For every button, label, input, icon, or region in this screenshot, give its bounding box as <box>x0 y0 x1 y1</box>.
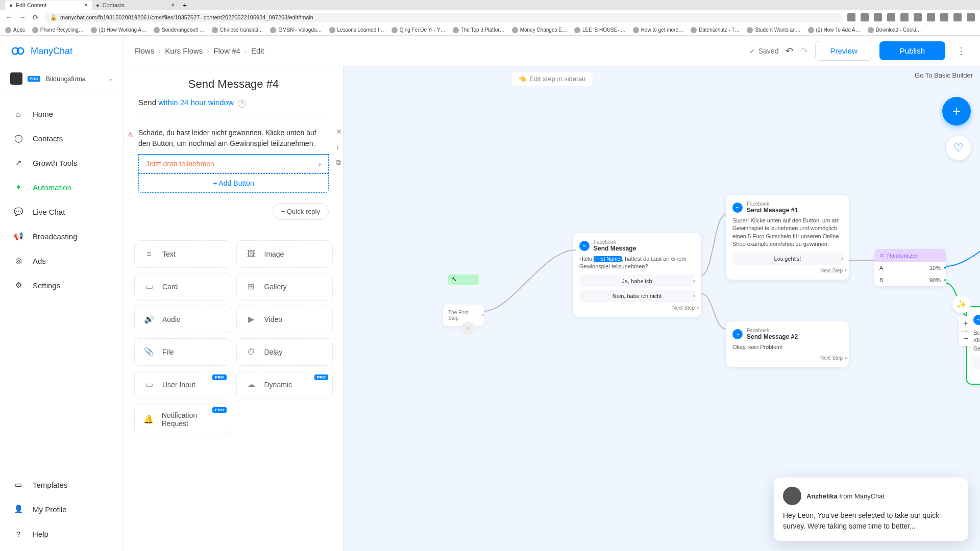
content-type-gallery[interactable]: ⊞Gallery <box>236 273 333 300</box>
bookmark[interactable]: Chinese translati… <box>212 27 263 33</box>
content-type-notification[interactable]: PRO🔔Notification Request <box>134 404 231 435</box>
bookmark[interactable]: Datenschutz - T… <box>691 27 740 33</box>
logo[interactable]: ManyChat <box>0 36 124 66</box>
next-step[interactable]: Next Step <box>732 268 843 273</box>
reload-icon[interactable]: ⟳ <box>32 13 40 21</box>
node-send-message[interactable]: ~FacebookSend Message Hallo First Name, … <box>573 233 701 317</box>
sidebar-item-livechat[interactable]: 💬Live Chat <box>0 199 124 224</box>
chat-popup[interactable]: Anzhelika from ManyChat Hey Leon, You've… <box>774 478 968 541</box>
close-icon[interactable]: × <box>84 2 88 9</box>
redo-button[interactable]: ↷ <box>800 45 808 57</box>
sidebar-item-contacts[interactable]: ◯Contacts <box>0 126 124 151</box>
preview-button[interactable]: Preview <box>815 41 872 61</box>
publish-button[interactable]: Publish <box>879 41 945 60</box>
add-button[interactable]: + Add Button <box>138 173 329 193</box>
next-step[interactable]: Next Step <box>579 305 695 311</box>
magic-button[interactable]: ✨ <box>952 295 971 313</box>
connector-dot[interactable] <box>692 294 696 298</box>
close-icon[interactable]: × <box>171 2 175 9</box>
add-step-fab[interactable]: + <box>942 97 971 126</box>
content-type-image[interactable]: 🖼Image <box>236 240 333 268</box>
node-send-message-1[interactable]: ~FacebookSend Message #1 Super! Klicke u… <box>726 195 849 280</box>
node-send-message-2[interactable]: ~FacebookSend Message #2 Okay, kein Prob… <box>726 321 849 367</box>
bookmark[interactable]: (2) How To Add A… <box>808 27 861 33</box>
bookmark[interactable]: Apps <box>5 27 25 33</box>
copy-icon[interactable]: ⧉ <box>336 158 342 167</box>
content-type-file[interactable]: 📎File <box>134 338 231 366</box>
message-block[interactable]: ⚠ ✕ ↕ ⧉ Schade, du hast leider nicht gew… <box>138 128 329 193</box>
message-text[interactable]: Schade, du hast leider nicht gewonnen. K… <box>138 128 329 154</box>
node-button[interactable]: Ja, habe ich <box>579 275 695 287</box>
sidebar-item-ads[interactable]: ◎Ads <box>0 248 124 273</box>
sidebar-item-growth[interactable]: ↗Growth Tools <box>0 151 124 175</box>
next-step[interactable]: Next Step <box>732 355 843 361</box>
org-selector[interactable]: PRO Bildungsfirma ⌄ <box>0 66 124 91</box>
bookmark[interactable]: Sonderangebot! … <box>154 27 205 33</box>
menu-dots-icon[interactable]: ⋮ <box>952 45 970 57</box>
connector-dot[interactable] <box>943 266 947 270</box>
connector-dot[interactable] <box>696 306 700 310</box>
back-icon[interactable]: ← <box>5 13 13 21</box>
sidebar-item-automation[interactable]: ✦Automation <box>0 175 124 199</box>
bookmark[interactable]: The Top 3 Platfor… <box>453 27 505 33</box>
connector-dot[interactable] <box>840 257 844 261</box>
resize-icon[interactable]: ↕ <box>336 143 342 151</box>
favorite-fab[interactable]: ♡ <box>946 136 971 160</box>
sidebar-item-templates[interactable]: ▭Templates <box>0 472 124 497</box>
next-step[interactable]: Next Step <box>973 372 980 378</box>
carousel-prev[interactable]: ‹ <box>461 321 474 335</box>
bookmark[interactable]: (1) How Working A… <box>91 27 146 33</box>
randomizer-option-b[interactable]: B90% <box>874 274 946 286</box>
breadcrumb-link[interactable]: Kurs Flows <box>165 46 203 55</box>
content-type-userinput[interactable]: PRO▭User Input <box>134 371 231 398</box>
node-button[interactable]: Nein, habe ich nicht <box>579 290 695 302</box>
node-button[interactable]: Jetzt dran teilnehmen <box>973 357 980 369</box>
time-window-link[interactable]: within 24 hour window <box>158 98 234 107</box>
canvas[interactable]: 👈Edit step in sidebar Go To Basic Builde… <box>124 66 980 551</box>
bookmark[interactable]: GMSN - Vologda… <box>270 27 322 33</box>
content-type-audio[interactable]: 🔊Audio <box>134 306 231 333</box>
content-type-delay[interactable]: ⏱Delay <box>236 338 333 366</box>
connector-dot[interactable] <box>692 279 696 283</box>
sidebar-item-settings[interactable]: ⚙Settings <box>0 273 124 297</box>
connector-dot[interactable] <box>943 278 947 282</box>
address-bar[interactable]: 🔒manychat.com/fb198150208192061/cms/file… <box>45 13 842 22</box>
bookmark[interactable]: LEE 'S HOUSE- … <box>574 27 626 33</box>
content-type-dynamic[interactable]: PRO☁Dynamic <box>236 371 333 398</box>
basic-builder-link[interactable]: Go To Basic Builder <box>915 71 973 79</box>
connector-dot[interactable] <box>844 356 848 360</box>
bookmark[interactable]: Lessons Learned f… <box>329 27 384 33</box>
forward-icon[interactable]: → <box>18 13 27 21</box>
bookmark[interactable]: How to get more… <box>633 27 683 33</box>
bookmark[interactable]: Student Wants an… <box>747 27 800 33</box>
node-button[interactable]: Los geht's! <box>732 253 843 265</box>
browser-tab-active[interactable]: ●Edit Content× <box>5 1 92 10</box>
zoom-out-button[interactable]: − <box>959 332 973 346</box>
info-icon[interactable]: ? <box>238 99 246 108</box>
content-type-card[interactable]: ▭Card <box>134 273 231 300</box>
close-icon[interactable]: ✕ <box>336 128 342 136</box>
node-randomizer[interactable]: ⤮Randomizer A10% B90% <box>874 249 946 286</box>
sidebar-item-profile[interactable]: 👤My Profile <box>0 497 124 521</box>
breadcrumb-link[interactable]: Flows <box>134 46 154 55</box>
sidebar-item-broadcasting[interactable]: 📢Broadcasting <box>0 224 124 248</box>
bookmark[interactable]: Phone Recycling… <box>32 27 84 33</box>
edit-step-hint[interactable]: 👈Edit step in sidebar <box>510 71 594 86</box>
connector-dot[interactable] <box>481 313 485 317</box>
bookmark[interactable]: Qing Fei De Yi - Y… <box>391 27 446 33</box>
undo-button[interactable]: ↶ <box>786 45 793 57</box>
sidebar-item-help[interactable]: ?Help <box>0 521 124 546</box>
connector-dot[interactable] <box>844 268 848 272</box>
content-type-text[interactable]: ≡Text <box>134 240 231 268</box>
zoom-in-button[interactable]: + <box>959 316 973 331</box>
bookmark[interactable]: Download - Cooki… <box>868 27 921 33</box>
quick-reply-button[interactable]: + Quick reply <box>273 203 329 220</box>
content-type-video[interactable]: ▶Video <box>236 306 333 333</box>
browser-tab[interactable]: ●Contacts× <box>92 1 179 10</box>
randomizer-option-a[interactable]: A10% <box>874 262 946 274</box>
new-tab-button[interactable]: + <box>179 1 191 9</box>
bookmark[interactable]: Money Changes E… <box>512 27 567 33</box>
sidebar-item-home[interactable]: ⌂Home <box>0 102 124 126</box>
message-button[interactable]: Jetzt dran teilnehmen› <box>138 154 329 173</box>
breadcrumb-link[interactable]: Flow #4 <box>213 46 240 55</box>
